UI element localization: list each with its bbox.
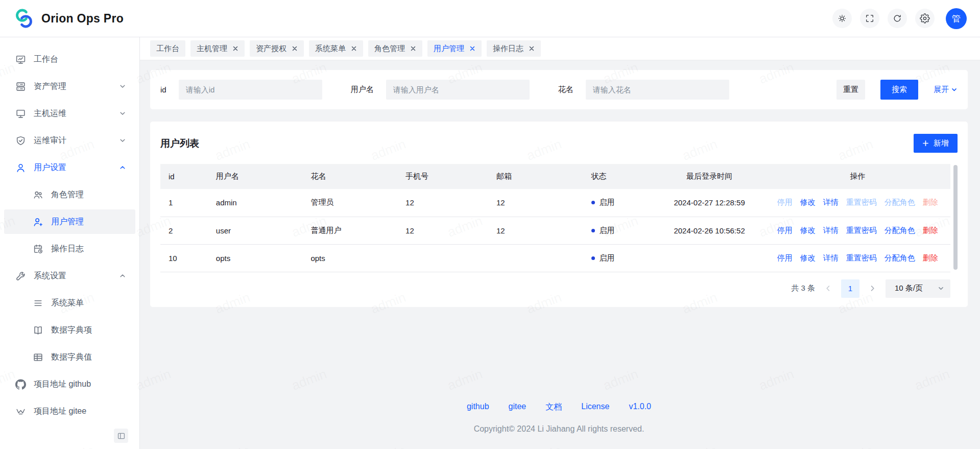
sidebar-item-workbench[interactable]: 工作台 [4, 47, 135, 72]
role-icon [33, 190, 43, 200]
cell-nickname: opts [302, 244, 397, 272]
sidebar-item-label: 项目地址 github [34, 379, 91, 390]
fullscreen-button[interactable] [860, 9, 879, 28]
footer-link-docs[interactable]: 文档 [545, 402, 562, 413]
cell-id: 1 [160, 189, 208, 217]
cell-status: 启用 [583, 217, 654, 244]
close-icon[interactable] [529, 45, 535, 52]
status-text: 启用 [600, 253, 615, 263]
pagination-next-button[interactable] [869, 285, 876, 292]
pagination-page-1[interactable]: 1 [841, 279, 859, 298]
column-header: 状态 [583, 164, 654, 189]
status-text: 启用 [600, 226, 615, 235]
refresh-button[interactable] [888, 9, 907, 28]
add-user-button[interactable]: 新增 [914, 134, 958, 153]
action-edit[interactable]: 修改 [800, 226, 816, 235]
sidebar-item-audit[interactable]: 运维审计 [4, 128, 135, 153]
footer-link-license[interactable]: License [581, 402, 609, 413]
action-disable[interactable]: 停用 [777, 253, 793, 263]
main-area: 工作台主机管理资产授权系统菜单角色管理用户管理操作日志 id 用户名 花名 重置… [140, 37, 980, 449]
settings-button[interactable] [915, 9, 935, 28]
tab-用户管理[interactable]: 用户管理 [427, 40, 482, 57]
cell-email: 12 [488, 189, 583, 217]
status-dot [591, 229, 595, 232]
id-input[interactable] [179, 80, 322, 100]
theme-button[interactable] [832, 9, 852, 28]
sidebar-item-host[interactable]: 主机运维 [4, 101, 135, 126]
footer-link-github[interactable]: github [467, 402, 489, 413]
cell-email: 12 [488, 217, 583, 244]
close-icon[interactable] [469, 45, 475, 52]
sidebar-item-menu[interactable]: 系统菜单 [4, 291, 135, 315]
sidebar-item-grid[interactable]: 数据字典值 [4, 345, 135, 369]
username-input[interactable] [386, 80, 530, 100]
tab-系统菜单[interactable]: 系统菜单 [309, 40, 363, 57]
sidebar-item-book[interactable]: 数据字典项 [4, 318, 135, 342]
sidebar-item-wrench[interactable]: 系统设置 [4, 264, 135, 288]
pagination-prev-button[interactable] [824, 285, 832, 292]
copyright: Copyright© 2024 Li Jiahang All rights re… [150, 424, 968, 434]
sidebar-item-github[interactable]: 项目地址 github [4, 372, 135, 396]
action-reset-password[interactable]: 重置密码 [846, 253, 877, 263]
close-icon[interactable] [232, 45, 238, 52]
column-header: 操作 [764, 164, 950, 189]
action-delete[interactable]: 删除 [923, 226, 938, 235]
action-detail[interactable]: 详情 [823, 226, 839, 235]
action-delete[interactable]: 删除 [923, 253, 938, 263]
content: id 用户名 花名 重置 搜索 展开 [140, 60, 980, 449]
action-disable: 停用 [777, 198, 793, 207]
sidebar-item-assets[interactable]: 资产管理 [4, 74, 135, 99]
expand-toggle[interactable]: 展开 [934, 85, 958, 94]
tab-label: 资产授权 [256, 44, 286, 54]
sidebar-collapse-button[interactable] [114, 429, 128, 443]
user-list-card: 用户列表 新增 id用户名花名手机号邮箱状态最后登录时间操作 1admin管理员… [150, 122, 968, 307]
tab-主机管理[interactable]: 主机管理 [190, 40, 245, 57]
action-edit[interactable]: 修改 [800, 198, 816, 207]
pagination-total: 共 3 条 [791, 283, 815, 293]
tab-资产授权[interactable]: 资产授权 [250, 40, 304, 57]
sidebar-item-label: 用户管理 [51, 217, 84, 227]
page-footer: githubgitee文档Licensev1.0.0 Copyright© 20… [150, 402, 968, 434]
action-edit[interactable]: 修改 [800, 253, 816, 263]
refresh-icon [892, 13, 902, 23]
cell-username: admin [208, 189, 303, 217]
status-text: 启用 [600, 198, 615, 207]
footer-link-version[interactable]: v1.0.0 [629, 402, 651, 413]
search-button[interactable]: 搜索 [880, 80, 918, 100]
page-size-select[interactable]: 10 条/页 [886, 279, 950, 298]
sidebar-item-log[interactable]: 操作日志 [4, 237, 135, 261]
action-reset-password[interactable]: 重置密码 [846, 226, 877, 235]
nickname-input[interactable] [586, 80, 729, 100]
cell-actions: 停用修改详情重置密码分配角色删除 [764, 217, 950, 244]
close-icon[interactable] [292, 45, 298, 52]
tab-角色管理[interactable]: 角色管理 [368, 40, 422, 57]
sidebar-item-user[interactable]: 用户设置 [4, 155, 135, 180]
action-detail[interactable]: 详情 [823, 253, 839, 263]
column-header: 手机号 [397, 164, 488, 189]
close-icon[interactable] [410, 45, 416, 52]
sidebar-item-label: 数据字典值 [51, 352, 92, 363]
tab-操作日志[interactable]: 操作日志 [487, 40, 541, 57]
cell-actions: 停用修改详情重置密码分配角色删除 [764, 189, 950, 217]
sidebar-item-label: 数据字典项 [51, 325, 92, 336]
book-icon [33, 325, 43, 336]
action-disable[interactable]: 停用 [777, 226, 793, 235]
sidebar-item-role[interactable]: 角色管理 [4, 182, 135, 207]
sidebar-item-gitee[interactable]: 项目地址 gitee [4, 399, 135, 423]
assets-icon [15, 81, 26, 92]
user-avatar[interactable]: 管 [946, 8, 967, 29]
table-header-row: id用户名花名手机号邮箱状态最后登录时间操作 [160, 164, 950, 189]
footer-link-gitee[interactable]: gitee [509, 402, 527, 413]
action-detail[interactable]: 详情 [823, 198, 839, 207]
action-assign-role[interactable]: 分配角色 [885, 226, 915, 235]
reset-button[interactable]: 重置 [836, 80, 865, 100]
close-icon[interactable] [351, 45, 357, 52]
action-assign-role[interactable]: 分配角色 [885, 253, 915, 263]
sidebar-item-user-add[interactable]: 用户管理 [4, 209, 135, 234]
table-scrollbar[interactable] [953, 165, 958, 270]
column-header: 花名 [302, 164, 397, 189]
tab-工作台[interactable]: 工作台 [150, 40, 185, 57]
user-table: id用户名花名手机号邮箱状态最后登录时间操作 1admin管理员1212启用20… [160, 164, 958, 272]
cell-phone: 12 [397, 217, 488, 244]
cell-username: opts [208, 244, 303, 272]
